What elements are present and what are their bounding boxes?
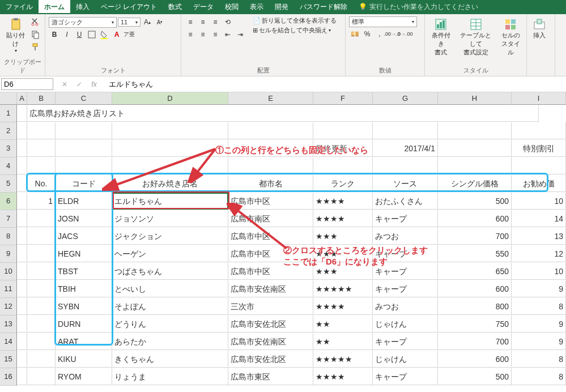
cell-code-8[interactable]: JACS — [56, 228, 112, 245]
col-header-H[interactable]: H — [438, 92, 512, 105]
cell-sauce-16[interactable]: キャープ — [373, 368, 438, 385]
cell-single-15[interactable]: 600 — [438, 351, 512, 368]
increase-indent-button[interactable]: ⇥ — [235, 29, 246, 40]
cell-sauce-14[interactable]: キャープ — [373, 333, 438, 350]
align-middle-button[interactable]: ≡ — [197, 16, 208, 28]
formula-input[interactable] — [104, 79, 566, 90]
cell-rank-10[interactable]: ★★★ — [313, 263, 373, 280]
decrease-decimal-button[interactable]: .0→.00 — [399, 28, 410, 40]
decrease-indent-button[interactable]: ⇤ — [222, 29, 233, 40]
cell-G4[interactable] — [373, 157, 438, 174]
cell-sauce-15[interactable]: じゃけん — [373, 351, 438, 368]
col-header-C[interactable]: C — [56, 92, 112, 105]
cell-code-14[interactable]: ARAT — [56, 333, 112, 350]
tell-me-input[interactable]: 実行したい作業を入力してください — [353, 0, 566, 14]
hdr-sauce[interactable]: ソース — [373, 175, 438, 192]
cell-no-7[interactable] — [27, 210, 56, 227]
cell-A10[interactable] — [17, 263, 27, 280]
cell-rank-7[interactable]: ★★★★ — [313, 210, 373, 227]
row-header-10[interactable]: 10 — [0, 263, 17, 280]
cell-name-7[interactable]: ジョソンソ — [112, 210, 228, 227]
cell-sauce-6[interactable]: おたふくさん — [373, 193, 438, 210]
row-header-3[interactable]: 3 — [0, 140, 17, 157]
tab-file[interactable]: ファイル — [0, 0, 39, 14]
cell-A15[interactable] — [17, 351, 27, 368]
cell-rec-13[interactable]: 9 — [512, 316, 566, 333]
cell-rank-12[interactable]: ★★★★ — [313, 298, 373, 315]
cell-rank-8[interactable]: ★★★ — [313, 228, 373, 245]
cell-city-15[interactable]: 広島市安佐北区 — [228, 351, 313, 368]
select-all-corner[interactable] — [0, 92, 17, 105]
copy-button[interactable] — [30, 29, 41, 40]
cell-D4[interactable] — [112, 157, 228, 174]
increase-font-button[interactable]: A▴ — [142, 16, 153, 28]
cell-A2[interactable] — [17, 122, 27, 139]
cell-rank-6[interactable]: ★★★★ — [313, 193, 373, 210]
cell-A16[interactable] — [17, 368, 27, 385]
cell-B3[interactable] — [27, 140, 56, 157]
cell-rank-15[interactable]: ★★★★★ — [313, 351, 373, 368]
cell-A7[interactable] — [17, 210, 27, 227]
tab-view[interactable]: 表示 — [244, 0, 269, 14]
cell-D2[interactable] — [112, 122, 228, 139]
col-header-A[interactable]: A — [17, 92, 27, 105]
cell-A1[interactable] — [17, 105, 27, 122]
cell-E3[interactable] — [228, 140, 313, 157]
cell-no-12[interactable] — [27, 298, 56, 315]
cell-rec-9[interactable]: 12 — [512, 245, 566, 262]
cell-name-8[interactable]: ジャクション — [112, 228, 228, 245]
tab-home[interactable]: ホーム — [39, 0, 70, 14]
cell-D3[interactable] — [112, 140, 228, 157]
cell-rec-15[interactable]: 8 — [512, 351, 566, 368]
cell-H2[interactable] — [438, 122, 512, 139]
cell-C3[interactable] — [56, 140, 112, 157]
fx-button[interactable]: fx — [88, 79, 100, 90]
cell-sauce-13[interactable]: じゃけん — [373, 316, 438, 333]
wrap-text-button[interactable]: 📄折り返して全体を表示する — [253, 16, 337, 25]
cell-rank-16[interactable]: ★★★★ — [313, 368, 373, 385]
accounting-format-button[interactable]: 💴 — [349, 28, 360, 40]
hdr-no[interactable]: No. — [27, 175, 56, 192]
cell-name-15[interactable]: きくちゃん — [112, 351, 228, 368]
border-button[interactable] — [86, 29, 97, 40]
number-format-dropdown[interactable]: 標準▾ — [349, 16, 417, 27]
row-header-6[interactable]: 6 — [0, 193, 17, 210]
cell-C2[interactable] — [56, 122, 112, 139]
cell-A5[interactable] — [17, 175, 27, 192]
cell-rec-16[interactable]: 8 — [512, 368, 566, 385]
align-center-button[interactable]: ≡ — [197, 29, 208, 40]
cut-button[interactable] — [30, 16, 41, 28]
tab-password-unlock[interactable]: パスワード解除 — [294, 0, 353, 14]
row-header-9[interactable]: 9 — [0, 245, 17, 263]
cell-city-8[interactable]: 広島市中区 — [228, 228, 313, 245]
cell-A8[interactable] — [17, 228, 27, 245]
cell-rec-8[interactable]: 13 — [512, 228, 566, 245]
cell-A14[interactable] — [17, 333, 27, 350]
cell-name-12[interactable]: そよぼん — [112, 298, 228, 315]
col-header-F[interactable]: F — [313, 92, 373, 105]
cell-F4[interactable] — [313, 157, 373, 174]
row-header-13[interactable]: 13 — [0, 316, 17, 333]
cell-E2[interactable] — [228, 122, 313, 139]
cell-sauce-10[interactable]: キャープ — [373, 263, 438, 280]
row-header-8[interactable]: 8 — [0, 228, 17, 245]
cell-no-16[interactable] — [27, 368, 56, 385]
cell-E4[interactable] — [228, 157, 313, 174]
col-header-B[interactable]: B — [27, 92, 56, 105]
cell-single-9[interactable]: 550 — [438, 245, 512, 262]
worksheet-grid[interactable]: A B C D E F G H I 1広島県お好み焼き店リスト23最終更新201… — [0, 92, 566, 386]
cell-H4[interactable] — [438, 157, 512, 174]
cell-I2[interactable] — [512, 122, 566, 139]
cell-code-13[interactable]: DURN — [56, 316, 112, 333]
cell-city-12[interactable]: 三次市 — [228, 298, 313, 315]
hdr-single[interactable]: シングル価格 — [438, 175, 512, 192]
cell-code-9[interactable]: HEGN — [56, 245, 112, 262]
row-header-1[interactable]: 1 — [0, 105, 17, 122]
cell-code-15[interactable]: KIKU — [56, 351, 112, 368]
cell-rec-10[interactable]: 10 — [512, 263, 566, 280]
row-header-14[interactable]: 14 — [0, 333, 17, 351]
name-box[interactable] — [1, 78, 53, 90]
row-header-11[interactable]: 11 — [0, 280, 17, 298]
font-size-dropdown[interactable]: 11▾ — [118, 18, 141, 27]
orientation-button[interactable]: ⟲ — [222, 16, 233, 28]
